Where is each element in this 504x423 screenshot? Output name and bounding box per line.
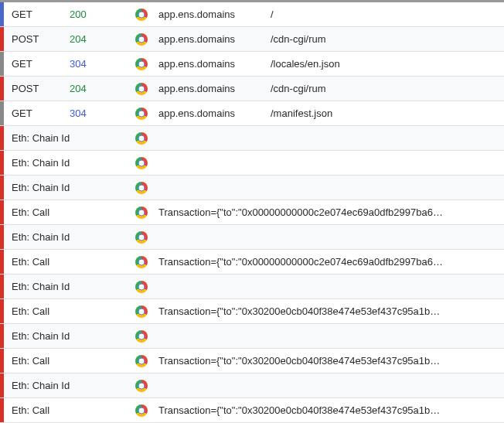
status-cell: 204 — [70, 83, 124, 94]
initiator-icon-cell — [124, 132, 158, 145]
table-row[interactable]: Eth: CallTransaction={"to":"0x30200e0cb0… — [0, 349, 504, 374]
table-row[interactable]: Eth: Chain Id — [0, 126, 504, 151]
initiator-icon-cell — [124, 58, 158, 70]
initiator-icon-cell — [124, 83, 158, 95]
status-cell: 200 — [70, 9, 124, 20]
initiator-icon-cell — [124, 380, 158, 392]
method-cell: Eth: Chain Id — [4, 182, 124, 193]
chrome-icon — [135, 281, 148, 293]
network-table: GET200app.ens.domains/POST204app.ens.dom… — [0, 2, 504, 423]
chrome-icon — [135, 9, 148, 21]
table-row[interactable]: GET304app.ens.domains/manifest.json — [0, 101, 504, 126]
initiator-icon-cell — [124, 281, 158, 293]
table-row[interactable]: GET304app.ens.domains/locales/en.json — [0, 52, 504, 77]
table-row[interactable]: Eth: CallTransaction={"to":"0x0000000000… — [0, 200, 504, 225]
method-cell: GET — [4, 9, 70, 20]
method-cell: Eth: Chain Id — [4, 132, 124, 144]
initiator-icon-cell — [124, 9, 158, 21]
chrome-icon — [135, 256, 148, 268]
path-cell: /cdn-cgi/rum — [271, 83, 504, 94]
method-cell: GET — [4, 58, 70, 70]
method-cell: GET — [4, 107, 70, 119]
initiator-icon-cell — [124, 355, 158, 367]
path-cell: Transaction={"to":"0x30200e0cb040f38e474… — [158, 404, 504, 416]
table-row[interactable]: Eth: CallTransaction={"to":"0x30200e0cb0… — [0, 299, 504, 324]
method-cell: Eth: Call — [4, 256, 124, 268]
initiator-icon-cell — [124, 33, 158, 46]
method-cell: Eth: Chain Id — [4, 330, 124, 342]
initiator-icon-cell — [124, 231, 158, 244]
initiator-icon-cell — [124, 305, 158, 318]
chrome-icon — [135, 305, 148, 318]
table-row[interactable]: Eth: Chain Id — [0, 275, 504, 299]
method-cell: Eth: Call — [4, 404, 124, 416]
status-cell: 204 — [70, 33, 124, 45]
initiator-icon-cell — [124, 330, 158, 343]
path-cell: Transaction={"to":"0x30200e0cb040f38e474… — [158, 305, 504, 317]
table-row[interactable]: Eth: Chain Id — [0, 374, 504, 398]
table-row[interactable]: Eth: Chain Id — [0, 176, 504, 200]
chrome-icon — [135, 182, 148, 194]
method-cell: Eth: Chain Id — [4, 281, 124, 292]
path-cell: / — [271, 9, 504, 20]
chrome-icon — [135, 33, 148, 46]
method-cell: Eth: Call — [4, 305, 124, 317]
path-cell: /locales/en.json — [271, 58, 504, 70]
method-cell: POST — [4, 83, 70, 94]
path-cell: /manifest.json — [271, 107, 504, 119]
status-cell: 304 — [70, 58, 124, 70]
domain-cell: app.ens.domains — [158, 33, 271, 45]
method-cell: Eth: Chain Id — [4, 157, 124, 169]
initiator-icon-cell — [124, 404, 158, 417]
chrome-icon — [135, 380, 148, 392]
table-row[interactable]: Eth: CallTransaction={"to":"0x0000000000… — [0, 250, 504, 275]
path-cell: /cdn-cgi/rum — [271, 33, 504, 45]
initiator-icon-cell — [124, 157, 158, 169]
domain-cell: app.ens.domains — [158, 58, 271, 70]
initiator-icon-cell — [124, 182, 158, 194]
chrome-icon — [135, 231, 148, 244]
path-cell: Transaction={"to":"0x00000000000c2e074ec… — [158, 256, 504, 268]
initiator-icon-cell — [124, 206, 158, 219]
domain-cell: app.ens.domains — [158, 83, 271, 94]
method-cell: Eth: Call — [4, 355, 124, 367]
chrome-icon — [135, 355, 148, 367]
method-cell: Eth: Chain Id — [4, 380, 124, 391]
domain-cell: app.ens.domains — [158, 107, 271, 119]
method-cell: Eth: Chain Id — [4, 231, 124, 243]
initiator-icon-cell — [124, 107, 158, 120]
path-cell: Transaction={"to":"0x00000000000c2e074ec… — [158, 206, 504, 218]
table-row[interactable]: POST204app.ens.domains/cdn-cgi/rum — [0, 77, 504, 101]
chrome-icon — [135, 83, 148, 95]
table-row[interactable]: POST204app.ens.domains/cdn-cgi/rum — [0, 27, 504, 52]
chrome-icon — [135, 107, 148, 120]
domain-cell: app.ens.domains — [158, 9, 271, 20]
chrome-icon — [135, 157, 148, 169]
chrome-icon — [135, 206, 148, 219]
table-row[interactable]: Eth: Chain Id — [0, 225, 504, 250]
status-cell: 304 — [70, 107, 124, 119]
table-row[interactable]: Eth: Chain Id — [0, 151, 504, 176]
chrome-icon — [135, 404, 148, 417]
table-row[interactable]: Eth: Chain Id — [0, 324, 504, 349]
chrome-icon — [135, 132, 148, 145]
path-cell: Transaction={"to":"0x30200e0cb040f38e474… — [158, 355, 504, 367]
chrome-icon — [135, 58, 148, 70]
chrome-icon — [135, 330, 148, 343]
table-row[interactable]: GET200app.ens.domains/ — [0, 2, 504, 27]
method-cell: Eth: Call — [4, 206, 124, 218]
table-row[interactable]: Eth: CallTransaction={"to":"0x30200e0cb0… — [0, 398, 504, 423]
method-cell: POST — [4, 33, 70, 45]
initiator-icon-cell — [124, 256, 158, 268]
